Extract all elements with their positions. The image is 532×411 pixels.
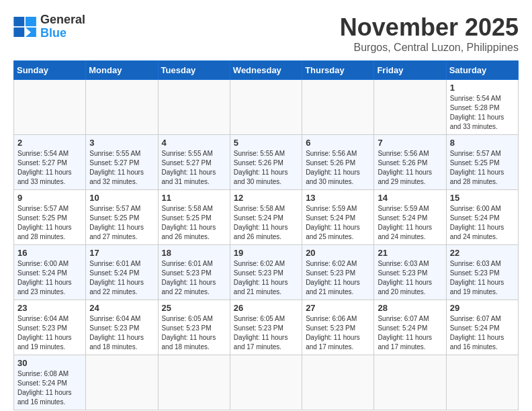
day-number: 6 bbox=[306, 138, 370, 148]
calendar-cell: 6Sunrise: 5:56 AM Sunset: 5:26 PM Daylig… bbox=[302, 135, 374, 190]
calendar-cell bbox=[302, 80, 374, 135]
day-info: Sunrise: 5:55 AM Sunset: 5:26 PM Dayligh… bbox=[234, 149, 298, 187]
day-number: 27 bbox=[306, 303, 370, 313]
calendar-cell: 11Sunrise: 5:58 AM Sunset: 5:25 PM Dayli… bbox=[158, 190, 230, 245]
calendar-cell: 29Sunrise: 6:07 AM Sunset: 5:24 PM Dayli… bbox=[446, 300, 518, 355]
calendar-cell bbox=[86, 80, 158, 135]
calendar-cell: 16Sunrise: 6:00 AM Sunset: 5:24 PM Dayli… bbox=[14, 245, 86, 300]
calendar-cell: 24Sunrise: 6:04 AM Sunset: 5:23 PM Dayli… bbox=[86, 300, 158, 355]
day-number: 13 bbox=[306, 193, 370, 203]
calendar-cell: 10Sunrise: 5:57 AM Sunset: 5:25 PM Dayli… bbox=[86, 190, 158, 245]
day-number: 11 bbox=[162, 193, 226, 203]
calendar-cell: 19Sunrise: 6:02 AM Sunset: 5:23 PM Dayli… bbox=[230, 245, 302, 300]
calendar-cell: 13Sunrise: 5:59 AM Sunset: 5:24 PM Dayli… bbox=[302, 190, 374, 245]
calendar-cell: 1Sunrise: 5:54 AM Sunset: 5:28 PM Daylig… bbox=[446, 80, 518, 135]
calendar-week-5: 30Sunrise: 6:08 AM Sunset: 5:24 PM Dayli… bbox=[14, 355, 519, 410]
day-number: 23 bbox=[17, 303, 82, 313]
calendar-header: SundayMondayTuesdayWednesdayThursdayFrid… bbox=[14, 61, 519, 80]
day-info: Sunrise: 6:04 AM Sunset: 5:23 PM Dayligh… bbox=[17, 314, 82, 352]
day-number: 10 bbox=[89, 193, 154, 203]
day-number: 20 bbox=[306, 248, 370, 258]
day-number: 26 bbox=[234, 303, 298, 313]
day-info: Sunrise: 5:59 AM Sunset: 5:24 PM Dayligh… bbox=[306, 204, 370, 242]
day-number: 8 bbox=[450, 138, 515, 148]
day-info: Sunrise: 6:05 AM Sunset: 5:23 PM Dayligh… bbox=[234, 314, 298, 352]
calendar-cell bbox=[374, 355, 446, 410]
day-number: 2 bbox=[17, 138, 82, 148]
page-header: GeneralBlue November 2025 Burgos, Centra… bbox=[13, 13, 519, 54]
location-subtitle: Burgos, Central Luzon, Philippines bbox=[340, 42, 519, 54]
calendar-week-1: 2Sunrise: 5:54 AM Sunset: 5:27 PM Daylig… bbox=[14, 135, 519, 190]
calendar-week-2: 9Sunrise: 5:57 AM Sunset: 5:25 PM Daylig… bbox=[14, 190, 519, 245]
calendar-cell: 20Sunrise: 6:02 AM Sunset: 5:23 PM Dayli… bbox=[302, 245, 374, 300]
day-info: Sunrise: 5:55 AM Sunset: 5:27 PM Dayligh… bbox=[89, 149, 154, 187]
day-info: Sunrise: 5:56 AM Sunset: 5:26 PM Dayligh… bbox=[378, 149, 442, 187]
day-number: 29 bbox=[450, 303, 515, 313]
day-number: 17 bbox=[89, 248, 154, 258]
logo-icon bbox=[13, 17, 38, 37]
calendar-cell: 9Sunrise: 5:57 AM Sunset: 5:25 PM Daylig… bbox=[14, 190, 86, 245]
calendar-cell bbox=[158, 80, 230, 135]
day-info: Sunrise: 6:04 AM Sunset: 5:23 PM Dayligh… bbox=[89, 314, 154, 352]
day-info: Sunrise: 6:08 AM Sunset: 5:24 PM Dayligh… bbox=[17, 369, 82, 407]
logo: GeneralBlue bbox=[13, 13, 85, 40]
weekday-header-thursday: Thursday bbox=[302, 61, 374, 80]
day-info: Sunrise: 6:05 AM Sunset: 5:23 PM Dayligh… bbox=[162, 314, 226, 352]
calendar-cell: 14Sunrise: 5:59 AM Sunset: 5:24 PM Dayli… bbox=[374, 190, 446, 245]
calendar-cell: 22Sunrise: 6:03 AM Sunset: 5:23 PM Dayli… bbox=[446, 245, 518, 300]
day-number: 19 bbox=[234, 248, 298, 258]
day-info: Sunrise: 6:03 AM Sunset: 5:23 PM Dayligh… bbox=[450, 259, 515, 297]
calendar-cell: 27Sunrise: 6:06 AM Sunset: 5:23 PM Dayli… bbox=[302, 300, 374, 355]
calendar-cell: 26Sunrise: 6:05 AM Sunset: 5:23 PM Dayli… bbox=[230, 300, 302, 355]
calendar-week-4: 23Sunrise: 6:04 AM Sunset: 5:23 PM Dayli… bbox=[14, 300, 519, 355]
day-info: Sunrise: 6:07 AM Sunset: 5:24 PM Dayligh… bbox=[450, 314, 515, 352]
calendar-cell bbox=[14, 80, 86, 135]
day-info: Sunrise: 5:55 AM Sunset: 5:27 PM Dayligh… bbox=[162, 149, 226, 187]
day-number: 3 bbox=[89, 138, 154, 148]
day-info: Sunrise: 5:58 AM Sunset: 5:24 PM Dayligh… bbox=[234, 204, 298, 242]
calendar-cell bbox=[446, 355, 518, 410]
day-number: 14 bbox=[378, 193, 442, 203]
calendar-cell: 2Sunrise: 5:54 AM Sunset: 5:27 PM Daylig… bbox=[14, 135, 86, 190]
day-number: 18 bbox=[162, 248, 226, 258]
svg-rect-2 bbox=[26, 17, 36, 26]
day-info: Sunrise: 5:56 AM Sunset: 5:26 PM Dayligh… bbox=[306, 149, 370, 187]
calendar-cell bbox=[86, 355, 158, 410]
calendar-week-3: 16Sunrise: 6:00 AM Sunset: 5:24 PM Dayli… bbox=[14, 245, 519, 300]
day-info: Sunrise: 6:02 AM Sunset: 5:23 PM Dayligh… bbox=[306, 259, 370, 297]
month-title: November 2025 bbox=[340, 13, 519, 42]
calendar-cell: 7Sunrise: 5:56 AM Sunset: 5:26 PM Daylig… bbox=[374, 135, 446, 190]
day-number: 22 bbox=[450, 248, 515, 258]
calendar-table: SundayMondayTuesdayWednesdayThursdayFrid… bbox=[13, 60, 519, 410]
day-info: Sunrise: 5:57 AM Sunset: 5:25 PM Dayligh… bbox=[450, 149, 515, 187]
day-number: 30 bbox=[17, 358, 82, 368]
day-info: Sunrise: 5:57 AM Sunset: 5:25 PM Dayligh… bbox=[89, 204, 154, 242]
day-info: Sunrise: 6:03 AM Sunset: 5:23 PM Dayligh… bbox=[378, 259, 442, 297]
calendar-cell: 8Sunrise: 5:57 AM Sunset: 5:25 PM Daylig… bbox=[446, 135, 518, 190]
weekday-header-wednesday: Wednesday bbox=[230, 61, 302, 80]
day-number: 21 bbox=[378, 248, 442, 258]
day-info: Sunrise: 6:02 AM Sunset: 5:23 PM Dayligh… bbox=[234, 259, 298, 297]
calendar-cell: 28Sunrise: 6:07 AM Sunset: 5:24 PM Dayli… bbox=[374, 300, 446, 355]
calendar-cell: 17Sunrise: 6:01 AM Sunset: 5:24 PM Dayli… bbox=[86, 245, 158, 300]
svg-marker-3 bbox=[26, 28, 36, 37]
calendar-cell: 21Sunrise: 6:03 AM Sunset: 5:23 PM Dayli… bbox=[374, 245, 446, 300]
day-number: 15 bbox=[450, 193, 515, 203]
day-info: Sunrise: 6:01 AM Sunset: 5:23 PM Dayligh… bbox=[162, 259, 226, 297]
day-number: 12 bbox=[234, 193, 298, 203]
weekday-header-saturday: Saturday bbox=[446, 61, 518, 80]
day-info: Sunrise: 6:00 AM Sunset: 5:24 PM Dayligh… bbox=[450, 204, 515, 242]
day-info: Sunrise: 5:54 AM Sunset: 5:27 PM Dayligh… bbox=[17, 149, 82, 187]
calendar-cell bbox=[374, 80, 446, 135]
calendar-cell: 30Sunrise: 6:08 AM Sunset: 5:24 PM Dayli… bbox=[14, 355, 86, 410]
day-number: 28 bbox=[378, 303, 442, 313]
calendar-cell: 18Sunrise: 6:01 AM Sunset: 5:23 PM Dayli… bbox=[158, 245, 230, 300]
calendar-week-0: 1Sunrise: 5:54 AM Sunset: 5:28 PM Daylig… bbox=[14, 80, 519, 135]
weekday-header-tuesday: Tuesday bbox=[158, 61, 230, 80]
day-number: 16 bbox=[17, 248, 82, 258]
calendar-cell: 12Sunrise: 5:58 AM Sunset: 5:24 PM Dayli… bbox=[230, 190, 302, 245]
day-number: 24 bbox=[89, 303, 154, 313]
calendar-cell: 4Sunrise: 5:55 AM Sunset: 5:27 PM Daylig… bbox=[158, 135, 230, 190]
day-number: 5 bbox=[234, 138, 298, 148]
calendar-cell bbox=[158, 355, 230, 410]
